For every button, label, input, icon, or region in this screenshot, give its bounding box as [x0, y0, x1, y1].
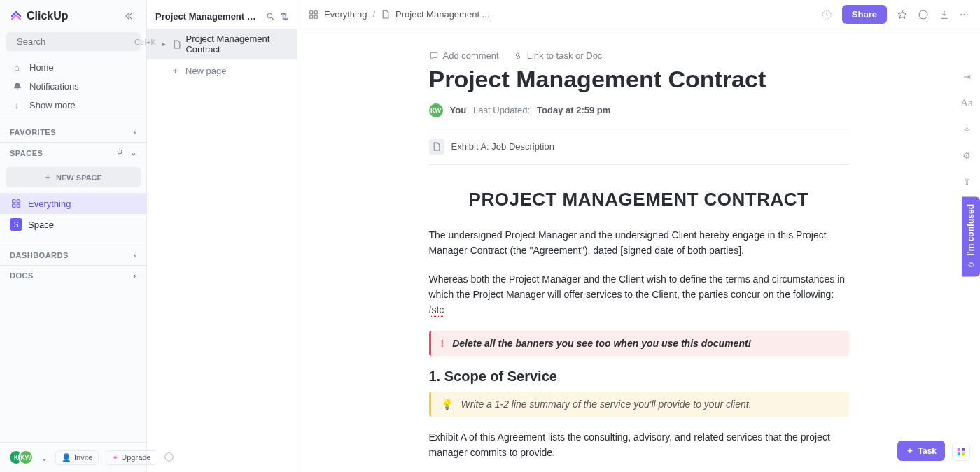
home-icon: ⌂: [11, 62, 22, 73]
nav-notifications[interactable]: 🔔︎ Notifications: [6, 77, 141, 96]
share-button[interactable]: Share: [842, 5, 887, 24]
upgrade-button[interactable]: ✦ Upgrade: [106, 450, 157, 465]
section-heading-scope[interactable]: 1. Scope of Service: [429, 369, 849, 385]
section-dashboards[interactable]: Dashboards ›: [0, 245, 146, 265]
doc-panel-title[interactable]: Project Management Services Co...: [155, 11, 260, 22]
task-label: Task: [918, 446, 937, 456]
link-icon: [513, 51, 523, 61]
paragraph-3[interactable]: Exhibit A of this Agreement lists the co…: [429, 429, 849, 461]
svg-rect-13: [958, 448, 960, 451]
breadcrumb-separator: /: [372, 9, 375, 20]
section-favorites[interactable]: Favorites ›: [0, 122, 146, 142]
chevron-down-icon[interactable]: ⌄: [130, 148, 137, 157]
more-icon[interactable]: ⋯: [960, 9, 969, 20]
grid-icon: [309, 10, 318, 20]
doc-tree-item-current[interactable]: ▸ Project Management Contract: [147, 29, 297, 59]
invite-label: Invite: [74, 453, 92, 462]
chevron-down-icon[interactable]: ⌄: [41, 452, 48, 463]
doc-tree-panel: Project Management Services Co... ⇅ ▸ Pr…: [147, 0, 298, 472]
apps-button[interactable]: [952, 443, 970, 461]
exhibit-label: Exhibit A: Job Description: [451, 141, 554, 152]
sparkle-icon: ✦: [112, 453, 118, 462]
nav-showmore-label: Show more: [29, 100, 76, 110]
exhibit-link[interactable]: Exhibit A: Job Description: [429, 129, 849, 165]
space-label: Space: [28, 220, 54, 230]
section-dashboards-label: Dashboards: [10, 251, 69, 259]
share-label: Share: [852, 9, 877, 20]
svg-point-12: [919, 10, 927, 19]
nav-home[interactable]: ⌂ Home: [6, 58, 141, 77]
search-field[interactable]: [17, 36, 134, 47]
sort-icon[interactable]: ⇅: [281, 11, 288, 22]
add-comment-button[interactable]: Add comment: [429, 50, 499, 61]
exclamation-icon: !: [441, 338, 444, 349]
confused-button[interactable]: ☺ I'm confused: [962, 197, 980, 277]
logo[interactable]: ClickUp: [10, 10, 69, 22]
svg-rect-4: [13, 204, 15, 207]
svg-point-1: [118, 150, 122, 154]
typography-icon[interactable]: Aa: [960, 97, 973, 109]
banner-warning[interactable]: ! Delete all the banners you see too whe…: [429, 331, 849, 356]
chevron-right-icon: ›: [134, 128, 136, 136]
avatar-stack[interactable]: K KW: [8, 450, 34, 465]
section-docs-label: Docs: [10, 271, 34, 280]
search-input[interactable]: Ctrl+K: [6, 32, 141, 51]
banner-warning-text: Delete all the banners you see too when …: [452, 338, 751, 349]
history-icon[interactable]: [821, 9, 832, 20]
help-icon[interactable]: ⓘ: [164, 451, 174, 464]
add-comment-label: Add comment: [443, 50, 499, 61]
paragraph-1[interactable]: The undersigned Project Manager and the …: [429, 227, 849, 259]
comment-icon[interactable]: [918, 9, 929, 20]
svg-rect-2: [13, 200, 15, 203]
right-rail: ⇥ Aa ✧ ⚙ ⇪: [953, 71, 980, 187]
breadcrumb-doc[interactable]: Project Management ...: [396, 9, 489, 20]
section-favorites-label: Favorites: [10, 128, 56, 136]
section-spaces-label: Spaces: [10, 149, 43, 157]
doc-tree-item-label: Project Management Contract: [186, 34, 288, 55]
chevron-double-left-icon: [124, 11, 134, 21]
star-icon[interactable]: [897, 9, 908, 20]
new-space-label: NEW SPACE: [56, 173, 102, 182]
svg-rect-9: [310, 15, 313, 18]
section-spaces[interactable]: Spaces ⌄: [0, 142, 146, 163]
expand-icon[interactable]: ⇥: [963, 71, 971, 82]
grid-icon: [10, 197, 22, 210]
author-avatar[interactable]: KW: [429, 103, 443, 117]
new-space-button[interactable]: ＋ NEW SPACE: [6, 167, 141, 187]
clickup-logo-icon: [10, 10, 22, 22]
new-page-label: New page: [186, 66, 227, 76]
brand-name: ClickUp: [27, 10, 69, 22]
svg-rect-10: [314, 15, 317, 18]
space-item[interactable]: S Space: [0, 214, 146, 235]
invite-button[interactable]: 👤 Invite: [55, 450, 99, 465]
nav-show-more[interactable]: ↓ Show more: [6, 96, 141, 115]
search-spaces-icon[interactable]: [116, 148, 125, 157]
plus-icon: ＋: [44, 172, 52, 183]
space-everything[interactable]: Everything: [0, 193, 146, 214]
banner-hint-1-text: Write a 1-2 line summary of the service …: [461, 399, 752, 410]
settings-icon[interactable]: ⚙: [962, 150, 971, 161]
ai-icon[interactable]: ✧: [963, 124, 971, 135]
banner-hint-1[interactable]: 💡 Write a 1-2 line summary of the servic…: [429, 392, 849, 417]
svg-rect-14: [962, 448, 965, 451]
download-icon[interactable]: [939, 9, 950, 20]
breadcrumb-root[interactable]: Everything: [324, 9, 367, 20]
nav-notifications-label: Notifications: [29, 81, 79, 92]
chevron-right-icon: ›: [134, 271, 136, 280]
new-task-button[interactable]: ＋ Task: [897, 441, 945, 461]
caret-right-icon: ▸: [162, 41, 168, 48]
avatar: KW: [18, 450, 34, 465]
chevron-down-icon: ↓: [11, 100, 22, 110]
plus-icon: ＋: [171, 64, 180, 77]
doc-title[interactable]: Project Management Contract: [429, 65, 849, 94]
section-docs[interactable]: Docs ›: [0, 265, 146, 285]
link-task-button[interactable]: Link to task or Doc: [513, 50, 603, 61]
confused-label: I'm confused: [966, 204, 976, 256]
export-icon[interactable]: ⇪: [963, 176, 971, 187]
search-icon[interactable]: [266, 12, 275, 21]
collapse-sidebar-button[interactable]: [121, 8, 136, 24]
new-page-button[interactable]: ＋ New page: [147, 59, 297, 82]
upgrade-label: Upgrade: [121, 453, 150, 462]
contract-heading[interactable]: PROJECT MANAGEMENT CONTRACT: [429, 189, 849, 210]
paragraph-2[interactable]: Whereas both the Project Manager and the…: [429, 271, 849, 318]
